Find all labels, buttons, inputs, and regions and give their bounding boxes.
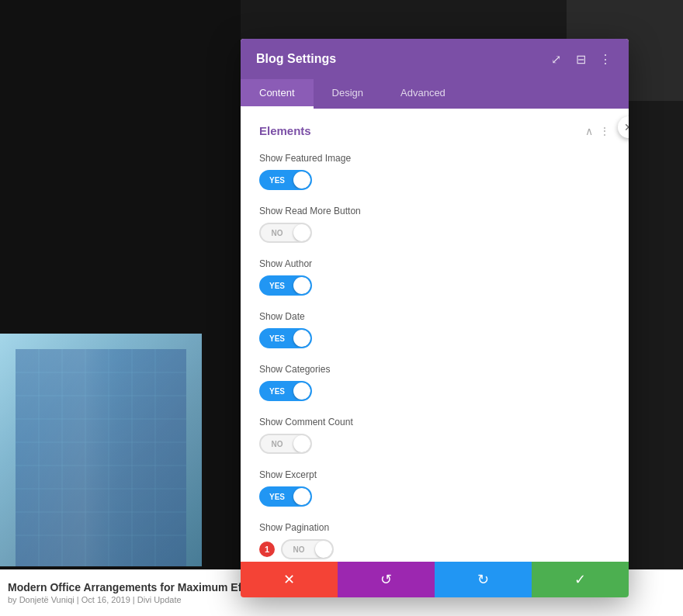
toggle-author[interactable]: YES <box>259 275 312 296</box>
field-label-pagination: Show Pagination <box>259 522 610 533</box>
tab-content[interactable]: Content <box>241 79 314 109</box>
toggle-knob <box>293 435 310 452</box>
toggle-date[interactable]: YES <box>259 328 312 348</box>
panel-footer: ✕ ↺ ↻ ✓ <box>241 562 629 597</box>
toggle-knob <box>293 171 310 189</box>
elements-section: Elements ∧ ⋮ Show Featured Image YES Sho… <box>241 109 629 562</box>
field-show-read-more: Show Read More Button NO <box>259 206 610 243</box>
cancel-button[interactable]: ✕ <box>241 562 338 597</box>
toggle-knob <box>293 277 310 294</box>
field-label-featured-image: Show Featured Image <box>259 153 610 164</box>
split-view-icon[interactable]: ⊟ <box>573 51 588 67</box>
toggle-off-label: NO <box>261 440 293 448</box>
toggle-knob <box>293 224 310 241</box>
panel-body: Elements ∧ ⋮ Show Featured Image YES Sho… <box>241 109 629 562</box>
toggle-featured-image[interactable]: YES <box>259 170 312 190</box>
toggle-knob <box>315 541 332 558</box>
toggle-on-label: YES <box>261 493 293 501</box>
toggle-knob <box>293 330 310 347</box>
panel-header-icons: ⤢ ⊟ ⋮ <box>548 51 613 67</box>
field-show-excerpt: Show Excerpt YES <box>259 469 610 507</box>
section-title: Elements <box>259 124 311 137</box>
more-options-icon[interactable]: ⋮ <box>598 51 613 67</box>
field-show-categories: Show Categories YES <box>259 364 610 401</box>
field-label-read-more: Show Read More Button <box>259 206 610 216</box>
field-label-comment-count: Show Comment Count <box>259 417 610 427</box>
field-label-date: Show Date <box>259 311 610 322</box>
field-show-featured-image: Show Featured Image YES <box>259 153 610 190</box>
field-label-author: Show Author <box>259 258 610 269</box>
tab-advanced[interactable]: Advanced <box>382 79 464 109</box>
toggle-off-label: NO <box>261 229 293 237</box>
field-show-author: Show Author YES <box>259 258 610 296</box>
toggle-excerpt[interactable]: YES <box>259 486 312 507</box>
field-show-date: Show Date YES <box>259 311 610 348</box>
tab-design[interactable]: Design <box>314 79 382 109</box>
redo-button[interactable]: ↻ <box>435 562 532 597</box>
collapse-icon[interactable]: ∧ <box>585 125 593 137</box>
field-label-excerpt: Show Excerpt <box>259 469 610 480</box>
toggle-pagination[interactable]: NO <box>281 539 334 559</box>
svg-rect-16 <box>16 349 186 566</box>
toggle-off-label: NO <box>283 545 315 554</box>
field-label-categories: Show Categories <box>259 364 610 375</box>
field-show-comment-count: Show Comment Count NO <box>259 417 610 454</box>
toggle-on-label: YES <box>261 282 293 290</box>
building-image <box>0 334 202 566</box>
toggle-knob <box>293 488 310 505</box>
toggle-on-label: YES <box>261 334 293 343</box>
toggle-on-label: YES <box>261 176 293 185</box>
panel-title: Blog Settings <box>256 52 336 66</box>
pagination-badge: 1 <box>259 542 275 557</box>
section-more-icon[interactable]: ⋮ <box>599 125 610 137</box>
panel-header: Blog Settings ⤢ ⊟ ⋮ <box>241 39 629 79</box>
section-header-actions: ∧ ⋮ <box>585 125 610 137</box>
undo-button[interactable]: ↺ <box>338 562 435 597</box>
toggle-on-label: YES <box>261 387 293 396</box>
toggle-categories[interactable]: YES <box>259 381 312 401</box>
blog-settings-panel: Blog Settings ⤢ ⊟ ⋮ Content Design Advan… <box>241 39 629 597</box>
save-button[interactable]: ✓ <box>532 562 629 597</box>
section-header: Elements ∧ ⋮ <box>259 124 610 137</box>
field-show-pagination: Show Pagination 1 NO <box>259 522 610 559</box>
panel-tabs: Content Design Advanced <box>241 79 629 109</box>
fullscreen-icon[interactable]: ⤢ <box>548 51 563 67</box>
toggle-knob <box>293 382 310 400</box>
toggle-read-more[interactable]: NO <box>259 223 312 243</box>
toggle-comment-count[interactable]: NO <box>259 434 312 454</box>
building-svg <box>0 334 202 566</box>
